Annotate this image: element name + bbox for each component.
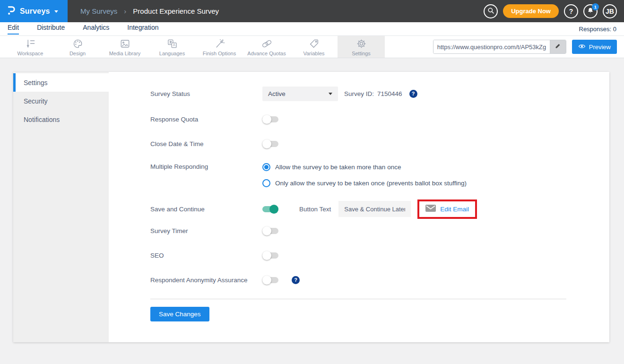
form-divider — [150, 299, 566, 299]
svg-text:A: A — [173, 43, 175, 47]
survey-id-label: Survey ID: — [344, 90, 374, 97]
toolbar-item-settings[interactable]: Settings — [338, 36, 385, 58]
sidebar-item-notifications[interactable]: Notifications — [13, 110, 109, 129]
subnav-tabs: Edit Distribute Analytics Integration — [8, 24, 158, 35]
breadcrumb: My Surveys › Product Experience Survey — [68, 0, 484, 22]
seo-toggle[interactable] — [262, 252, 278, 259]
edit-email-label: Edit Email — [440, 206, 469, 213]
preview-label: Preview — [589, 43, 611, 51]
survey-url-input[interactable] — [433, 40, 550, 53]
header-actions: Upgrade Now ? 1 JB — [484, 0, 624, 22]
sidebar-item-settings[interactable]: Settings — [13, 73, 109, 92]
toolbar-item-label: Settings — [352, 51, 371, 56]
toolbar-item-media-library[interactable]: Media Library — [101, 36, 148, 58]
toggle-knob — [262, 226, 271, 235]
survey-status-dropdown[interactable]: Active — [262, 87, 338, 101]
toolbar-item-label: Languages — [159, 51, 185, 56]
save-and-continue-toggle[interactable] — [262, 206, 278, 212]
search-icon — [487, 7, 495, 16]
toggle-knob — [262, 251, 271, 260]
multiple-responding-row: Multiple Responding Allow the survey to … — [150, 161, 609, 189]
survey-timer-label: Survey Timer — [150, 227, 262, 234]
save-and-continue-row: Save and Continue Button Text Edit Email — [150, 199, 609, 219]
multiple-responding-label: Multiple Responding — [150, 161, 262, 173]
edit-email-button[interactable]: Edit Email — [417, 199, 477, 219]
toolbar-item-label: Finish Options — [203, 51, 236, 56]
edit-toolbar: Workspace Design — [0, 36, 624, 58]
survey-url-field — [433, 40, 566, 54]
sidebar-item-security[interactable]: Security — [13, 92, 109, 110]
help-button[interactable]: ? — [564, 4, 578, 18]
surveys-product-switcher[interactable]: Surveys — [0, 0, 68, 22]
radio-allow-multiple[interactable]: Allow the survey to be taken more than o… — [262, 161, 467, 173]
workspace-icon — [25, 38, 36, 50]
question-mark-icon: ? — [569, 8, 573, 15]
breadcrumb-separator: › — [124, 7, 126, 15]
tab-analytics[interactable]: Analytics — [83, 24, 109, 35]
radio-selected-icon[interactable] — [262, 163, 270, 171]
toggle-knob — [269, 205, 278, 214]
notification-count-badge: 1 — [592, 3, 599, 10]
radio-unselected-icon[interactable] — [262, 179, 270, 187]
seo-label: SEO — [150, 252, 262, 259]
avatar-initials: JB — [606, 8, 614, 15]
notifications-button[interactable]: 1 — [583, 4, 598, 18]
advance-quotas-link-icon — [261, 38, 273, 50]
toggle-knob — [262, 115, 271, 124]
top-header: Surveys My Surveys › Product Experience … — [0, 0, 624, 22]
save-changes-button[interactable]: Save Changes — [150, 307, 209, 321]
eye-icon — [578, 43, 586, 51]
toolbar-item-label: Variables — [303, 51, 324, 56]
toolbar-item-label: Workspace — [17, 51, 43, 56]
pencil-icon — [555, 43, 561, 51]
respondent-anonymity-label: Respondent Anonymity Assurance — [150, 277, 262, 284]
respondent-anonymity-toggle[interactable] — [262, 277, 278, 283]
tab-edit[interactable]: Edit — [8, 24, 19, 35]
languages-icon: A — [166, 38, 178, 50]
settings-gear-icon — [355, 38, 367, 50]
close-date-time-row: Close Date & Time — [150, 136, 609, 151]
design-palette-icon — [72, 38, 84, 50]
toolbar-item-label: Media Library — [109, 51, 141, 56]
finish-options-wand-icon — [214, 38, 225, 50]
survey-timer-toggle[interactable] — [262, 228, 278, 234]
chevron-down-icon — [329, 93, 332, 95]
toolbar-item-variables[interactable]: Variables — [290, 36, 338, 58]
response-quota-label: Response Quota — [150, 116, 262, 123]
toolbar-item-advance-quotas[interactable]: Advance Quotas — [243, 36, 290, 58]
respondent-anonymity-help-icon[interactable]: ? — [292, 276, 300, 284]
toggle-knob — [262, 139, 271, 148]
response-quota-row: Response Quota — [150, 112, 609, 127]
survey-subnav: Edit Distribute Analytics Integration Re… — [0, 22, 624, 36]
survey-id-help-icon[interactable]: ? — [409, 90, 417, 98]
tab-integration[interactable]: Integration — [127, 24, 158, 35]
survey-status-label: Survey Status — [150, 90, 262, 97]
settings-card: Settings Security Notifications Survey S… — [13, 72, 609, 342]
toggle-knob — [262, 276, 271, 285]
responses-count: Responses: 0 — [579, 26, 617, 33]
breadcrumb-my-surveys[interactable]: My Surveys — [80, 7, 117, 15]
respondent-anonymity-row: Respondent Anonymity Assurance ? — [150, 272, 609, 287]
toolbar-item-design[interactable]: Design — [54, 36, 101, 58]
toolbar-item-finish-options[interactable]: Finish Options — [196, 36, 243, 58]
app-label: Surveys — [20, 7, 50, 16]
toolbar-item-languages[interactable]: A Languages — [148, 36, 196, 58]
close-date-time-toggle[interactable] — [262, 141, 278, 147]
multiple-responding-options: Allow the survey to be taken more than o… — [262, 161, 467, 189]
tab-distribute[interactable]: Distribute — [37, 24, 65, 35]
survey-timer-row: Survey Timer — [150, 223, 609, 238]
user-avatar[interactable]: JB — [603, 4, 617, 18]
toolbar-items: Workspace Design — [0, 36, 385, 58]
preview-button[interactable]: Preview — [572, 40, 617, 54]
upgrade-now-button[interactable]: Upgrade Now — [503, 4, 559, 18]
settings-side-panel: Settings Security Notifications — [13, 72, 109, 342]
radio-allow-once[interactable]: Only allow the survey to be taken once (… — [262, 177, 467, 189]
search-button[interactable] — [484, 4, 498, 18]
toolbar-item-workspace[interactable]: Workspace — [7, 36, 54, 58]
response-quota-toggle[interactable] — [262, 116, 278, 122]
button-text-input[interactable] — [338, 201, 411, 217]
variables-tag-icon — [308, 38, 320, 50]
chevron-down-icon — [54, 10, 58, 13]
edit-url-button[interactable] — [550, 40, 566, 53]
button-text-label: Button Text — [299, 206, 331, 213]
